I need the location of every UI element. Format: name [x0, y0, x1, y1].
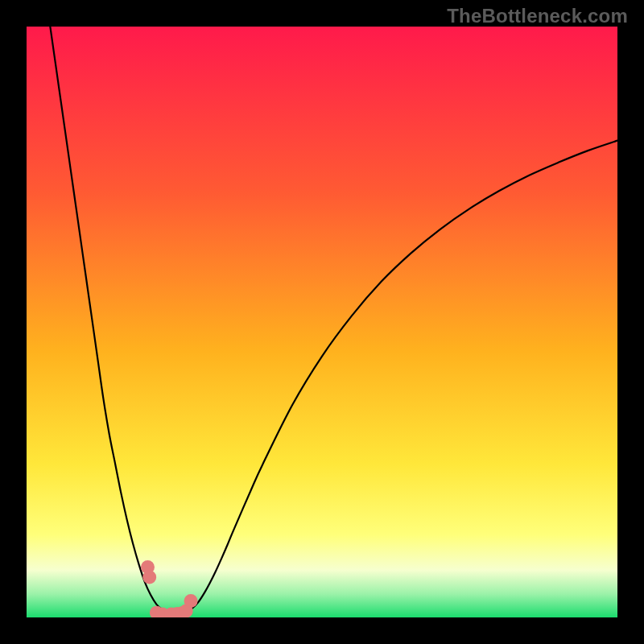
marker-dot [142, 571, 156, 584]
gradient-background [27, 27, 617, 617]
bottleneck-chart [27, 27, 617, 617]
plot-area [27, 27, 617, 617]
marker-dot [184, 594, 198, 608]
watermark-text: TheBottleneck.com [447, 5, 628, 27]
chart-frame: TheBottleneck.com [0, 0, 644, 644]
